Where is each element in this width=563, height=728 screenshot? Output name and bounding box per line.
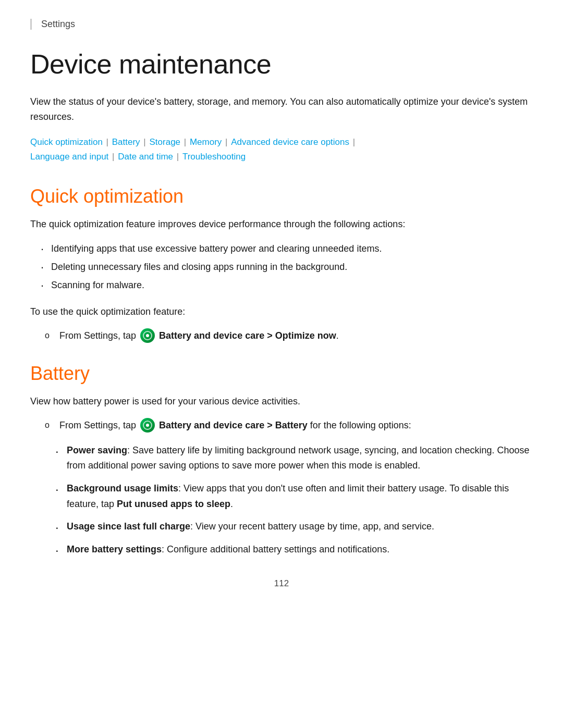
- bold-text: Power saving: [67, 445, 127, 455]
- battery-device-care-icon-2: [140, 418, 155, 433]
- quick-optimization-section: Quick optimization The quick optimizatio…: [30, 186, 533, 343]
- nav-link-language-and-input[interactable]: Language and input: [30, 152, 108, 162]
- nav-link-quick-optimization[interactable]: Quick optimization: [30, 137, 103, 147]
- battery-section: Battery View how battery power is used f…: [30, 363, 533, 558]
- nav-link-memory[interactable]: Memory: [190, 137, 222, 147]
- bold-text: Put unused apps to sleep: [117, 499, 230, 509]
- nav-link-advanced-device-care[interactable]: Advanced device care options: [231, 137, 349, 147]
- quick-optimization-steps: From Settings, tap Battery and device ca…: [45, 328, 533, 343]
- list-item: Deleting unnecessary files and closing a…: [41, 260, 533, 275]
- battery-intro: View how battery power is used for your …: [30, 394, 533, 409]
- list-item: Background usage limits: View apps that …: [55, 481, 533, 512]
- battery-steps: From Settings, tap Battery and device ca…: [45, 418, 533, 433]
- page-container: Settings Device maintenance View the sta…: [0, 0, 563, 728]
- battery-title: Battery: [30, 363, 533, 385]
- bold-text: Background usage limits: [67, 483, 178, 493]
- list-item: From Settings, tap Battery and device ca…: [45, 418, 533, 433]
- quick-optimization-title: Quick optimization: [30, 186, 533, 207]
- breadcrumb-label: Settings: [41, 19, 75, 29]
- battery-device-care-icon: [140, 328, 155, 343]
- battery-options-list: Power saving: Save battery life by limit…: [55, 443, 533, 558]
- page-number: 112: [30, 578, 533, 589]
- bold-text: Usage since last full charge: [67, 521, 190, 532]
- list-item: Power saving: Save battery life by limit…: [55, 443, 533, 474]
- nav-link-storage[interactable]: Storage: [150, 137, 181, 147]
- quick-optimization-bullets: Identifying apps that use excessive batt…: [41, 241, 533, 292]
- nav-link-date-and-time[interactable]: Date and time: [118, 152, 173, 162]
- page-title: Device maintenance: [30, 48, 533, 80]
- bold-text: More battery settings: [67, 544, 162, 554]
- list-item: Scanning for malware.: [41, 278, 533, 293]
- quick-optimization-intro: The quick optimization feature improves …: [30, 217, 533, 232]
- intro-text: View the status of your device's battery…: [30, 94, 533, 125]
- nav-links: Quick optimization | Battery | Storage |…: [30, 135, 533, 165]
- nav-link-troubleshooting[interactable]: Troubleshooting: [182, 152, 246, 162]
- list-item: Usage since last full charge: View your …: [55, 519, 533, 535]
- bold-text: Battery and device care > Battery: [159, 420, 308, 430]
- breadcrumb: Settings: [30, 19, 533, 30]
- list-item: From Settings, tap Battery and device ca…: [45, 328, 533, 343]
- bold-text: Battery and device care > Optimize now: [159, 330, 336, 341]
- quick-optimization-instruction-prefix: To use the quick optimization feature:: [30, 304, 533, 319]
- list-item: Identifying apps that use excessive batt…: [41, 241, 533, 256]
- nav-link-battery[interactable]: Battery: [112, 137, 140, 147]
- list-item: More battery settings: Configure additio…: [55, 542, 533, 558]
